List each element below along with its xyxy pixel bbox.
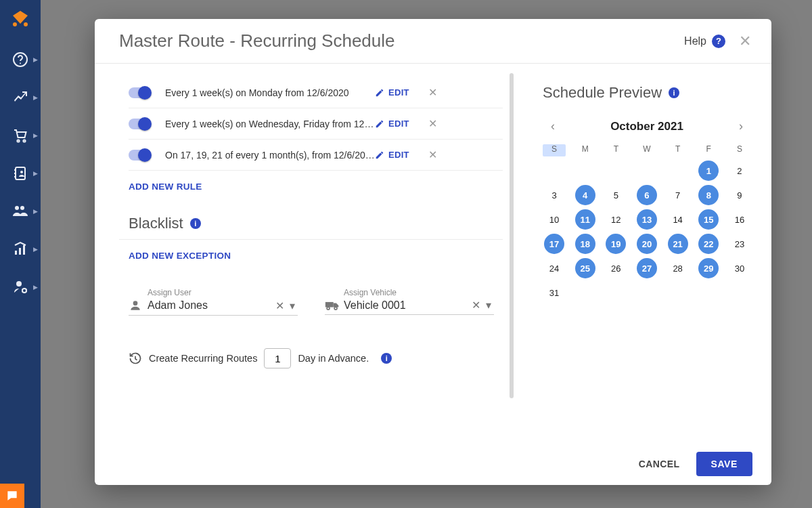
calendar-day[interactable]: 25 [575,258,595,278]
calendar-day[interactable]: 3 [544,185,564,205]
calendar-dow: T [604,144,627,156]
calendar-nav: ‹ October 2021 › [543,117,751,136]
edit-label: EDIT [388,150,409,160]
calendar-day[interactable]: 20 [637,234,657,254]
sidebar-help[interactable]: ▶ [0,41,41,79]
svg-point-17 [327,307,330,310]
assign-vehicle-value: Vehicle 0001 [344,299,469,312]
cancel-button[interactable]: CANCEL [635,453,684,475]
calendar-day[interactable]: 4 [575,185,595,205]
chat-launcher[interactable] [0,484,24,508]
svg-point-3 [20,63,21,64]
svg-point-7 [20,171,23,173]
remove-rule-icon[interactable]: ✕ [426,148,440,161]
rule-toggle[interactable] [129,119,150,129]
calendar-day[interactable]: 18 [575,234,595,254]
close-icon[interactable]: ✕ [739,33,751,50]
blacklist-heading: Blacklist i [119,205,503,240]
calendar-day[interactable]: 8 [698,185,719,205]
info-icon[interactable]: i [381,353,392,364]
calendar-day[interactable]: 17 [544,234,564,254]
calendar-day[interactable]: 19 [606,234,626,254]
calendar-grid: SMTWTFS123456789101112131415161718192021… [543,144,751,303]
rule-text: Every 1 week(s) on Monday from 12/6/2020 [165,87,375,98]
pencil-icon [375,88,384,98]
svg-rect-6 [16,167,25,179]
clear-icon[interactable]: ✕ [469,299,483,312]
calendar-day[interactable]: 27 [637,258,657,278]
calendar-day[interactable]: 6 [637,185,657,205]
calendar-day[interactable]: 12 [606,209,626,230]
calendar-day[interactable]: 21 [668,234,688,254]
calendar-day[interactable]: 1 [698,161,719,181]
calendar-day[interactable]: 28 [668,258,688,278]
sidebar-addressbook[interactable]: ▶ [0,154,41,192]
calendar-day[interactable]: 24 [544,258,564,278]
svg-point-4 [17,140,19,142]
assign-vehicle-label: Assign Vehicle [344,288,494,297]
assign-vehicle-select[interactable]: Vehicle 0001 ✕ ▾ [325,299,494,315]
remove-rule-icon[interactable]: ✕ [426,117,440,130]
next-month-icon[interactable]: › [735,117,747,136]
calendar-day[interactable]: 5 [606,185,626,205]
scrollbar[interactable] [510,73,514,398]
calendar-dow: M [574,144,597,156]
calendar-day [544,161,564,181]
calendar-day[interactable]: 15 [698,209,719,230]
advance-prefix: Create Recurring Routes [149,353,257,364]
calendar-day[interactable]: 2 [729,161,750,181]
clear-icon[interactable]: ✕ [273,299,287,312]
modal-footer: CANCEL SAVE [95,443,771,485]
assign-user-select[interactable]: Adam Jones ✕ ▾ [129,299,298,316]
calendar-day[interactable]: 16 [729,209,750,230]
chevron-down-icon[interactable]: ▾ [483,299,494,312]
modal-header: Master Route - Recurring Schedule Help ?… [95,19,771,64]
calendar-day[interactable]: 13 [637,209,657,230]
chevron-right-icon: ▶ [33,132,38,139]
rule-toggle[interactable] [129,87,150,98]
calendar-day[interactable]: 23 [729,234,750,254]
help-link[interactable]: Help ? [684,35,725,48]
edit-rule-button[interactable]: EDIT [375,150,409,160]
svg-point-15 [133,301,138,305]
rule-toggle[interactable] [129,150,150,161]
advance-days-input[interactable] [264,348,291,368]
calendar-dow: T [667,144,690,156]
person-icon [129,299,143,312]
calendar-day[interactable]: 26 [606,258,626,278]
sidebar-growth[interactable]: ▶ [0,79,41,117]
sidebar-user-settings[interactable]: ▶ [0,268,41,306]
info-icon[interactable]: i [190,218,201,229]
calendar-day[interactable]: 7 [668,185,688,205]
blacklist-label: Blacklist [129,215,183,232]
chevron-down-icon[interactable]: ▾ [287,299,298,312]
calendar-day[interactable]: 9 [729,185,750,205]
add-rule-button[interactable]: ADD NEW RULE [129,171,503,205]
chevron-right-icon: ▶ [33,94,38,101]
edit-rule-button[interactable]: EDIT [375,87,409,98]
assign-user-value: Adam Jones [148,299,273,312]
edit-rule-button[interactable]: EDIT [375,119,409,129]
calendar-dow: W [635,144,658,156]
prev-month-icon[interactable]: ‹ [547,117,559,136]
svg-point-18 [334,307,337,310]
calendar-day[interactable]: 14 [668,209,688,230]
info-icon[interactable]: i [669,87,679,98]
remove-rule-icon[interactable]: ✕ [426,86,440,99]
calendar-day[interactable]: 22 [698,234,719,254]
calendar-day[interactable]: 11 [575,209,595,230]
calendar-dow: S [543,144,566,156]
calendar-day[interactable]: 30 [729,258,750,278]
calendar-day[interactable]: 10 [544,209,564,230]
calendar-day[interactable]: 29 [698,258,719,278]
sidebar-analytics[interactable]: ▶ [0,230,41,268]
history-icon [129,352,142,365]
preview-label: Schedule Preview [543,84,662,102]
calendar-day[interactable]: 31 [544,282,564,303]
edit-label: EDIT [388,119,409,129]
save-button[interactable]: SAVE [696,452,753,476]
add-exception-button[interactable]: ADD NEW EXCEPTION [129,240,503,274]
sidebar-team[interactable]: ▶ [0,192,41,230]
sidebar-orders[interactable]: ▶ [0,117,41,154]
pencil-icon [375,119,384,129]
